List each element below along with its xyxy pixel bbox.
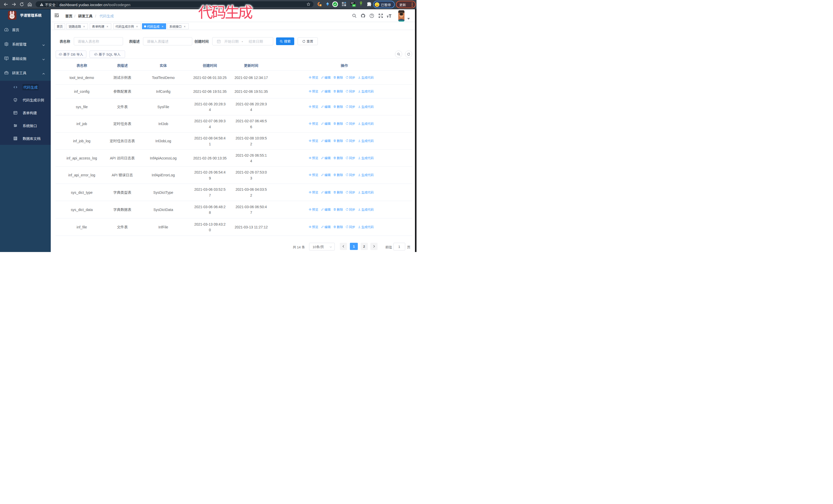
svg-text:on: on [353,5,355,6]
